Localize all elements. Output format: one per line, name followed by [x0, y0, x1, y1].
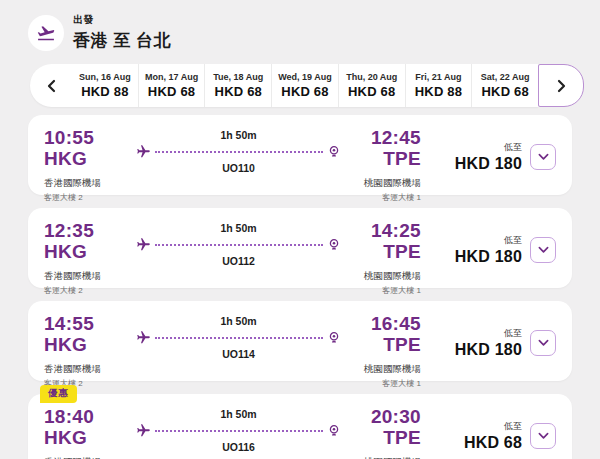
destination-pin-icon [327, 237, 341, 252]
flight-number: UO116 [136, 441, 341, 453]
prev-dates-button[interactable] [30, 64, 72, 107]
date-label: Mon, 17 Aug [145, 72, 198, 82]
departure-block: 14:55 HKG 香港國際機場 客運大樓 2 [44, 314, 136, 389]
departure-terminal: 客運大樓 2 [44, 192, 136, 203]
destination-pin-icon [327, 423, 341, 438]
arrival-terminal: 客運大樓 1 [341, 378, 421, 389]
date-selector: Sun, 16 Aug HKD 88 Mon, 17 Aug HKD 68 Tu… [30, 64, 584, 107]
trip-header: 出發 香港 至 台北 [0, 0, 600, 62]
plane-icon [136, 144, 151, 159]
date-strip: Sun, 16 Aug HKD 88 Mon, 17 Aug HKD 68 Tu… [30, 64, 538, 107]
route-dotted-line [155, 337, 323, 339]
arrival-code: TPE [341, 149, 421, 170]
departure-airport: 香港國際機場 [44, 270, 136, 283]
next-dates-button[interactable] [538, 64, 584, 107]
arrival-time: 14:25 [341, 221, 421, 242]
destination-pin-icon [327, 144, 341, 159]
date-label: Wed, 19 Aug [278, 72, 332, 82]
route-block: 1h 50m UO114 [136, 315, 341, 360]
flight-number: UO110 [136, 162, 341, 174]
arrival-airport: 桃園國際機場 [341, 363, 421, 376]
arrival-code: TPE [341, 242, 421, 263]
flight-duration: 1h 50m [136, 315, 341, 327]
chevron-down-icon [538, 246, 549, 254]
arrival-airport: 桃園國際機場 [341, 177, 421, 190]
route-block: 1h 50m UO112 [136, 222, 341, 267]
departure-airport: 香港國際機場 [44, 177, 136, 190]
chevron-left-icon [46, 79, 57, 93]
plane-icon [136, 423, 151, 438]
date-cell[interactable]: Sat, 22 Aug HKD 68 [471, 64, 538, 107]
date-label: Tue, 18 Aug [213, 72, 263, 82]
departure-time: 18:40 [44, 407, 136, 428]
flight-duration: 1h 50m [136, 129, 341, 141]
flight-duration: 1h 50m [136, 408, 341, 420]
date-price: HKD 88 [81, 84, 128, 99]
date-cell[interactable]: Tue, 18 Aug HKD 68 [204, 64, 271, 107]
expand-fare-button[interactable] [530, 423, 556, 449]
flight-card: 12:35 HKG 香港國際機場 客運大樓 2 1h 50m UO112 14:… [28, 208, 572, 288]
flight-takeoff-icon [28, 15, 64, 51]
date-cell[interactable]: Wed, 19 Aug HKD 68 [271, 64, 338, 107]
route-dotted-line [155, 430, 323, 432]
flight-results-list: 10:55 HKG 香港國際機場 客運大樓 2 1h 50m UO110 12:… [0, 107, 600, 459]
arrival-time: 12:45 [341, 128, 421, 149]
departure-time: 14:55 [44, 314, 136, 335]
departure-code: HKG [44, 149, 136, 170]
date-price: HKD 68 [215, 84, 262, 99]
date-price: HKD 68 [481, 84, 528, 99]
plane-icon [136, 237, 151, 252]
direction-label: 出發 [73, 13, 171, 27]
departure-time: 10:55 [44, 128, 136, 149]
date-label: Fri, 21 Aug [415, 72, 461, 82]
arrival-block: 14:25 TPE 桃園國際機場 客運大樓 1 [341, 221, 421, 296]
arrival-block: 20:30 TPE 桃園國際機場 客運大樓 1 [341, 407, 421, 459]
plane-icon [136, 330, 151, 345]
flight-card: 優惠 18:40 HKG 香港國際機場 客運大樓 2 1h 50m UO116 … [28, 394, 572, 459]
date-price: HKD 68 [281, 84, 328, 99]
flight-card: 14:55 HKG 香港國際機場 客運大樓 2 1h 50m UO114 16:… [28, 301, 572, 381]
arrival-block: 12:45 TPE 桃園國際機場 客運大樓 1 [341, 128, 421, 203]
arrival-terminal: 客運大樓 1 [341, 285, 421, 296]
arrival-time: 16:45 [341, 314, 421, 335]
chevron-right-icon [556, 79, 567, 93]
departure-block: 12:35 HKG 香港國際機場 客運大樓 2 [44, 221, 136, 296]
flight-card: 10:55 HKG 香港國際機場 客運大樓 2 1h 50m UO110 12:… [28, 115, 572, 195]
price-value: HKD 68 [464, 434, 522, 452]
date-cell[interactable]: Sun, 16 Aug HKD 88 [72, 64, 138, 107]
destination-pin-icon [327, 330, 341, 345]
route-title: 香港 至 台北 [73, 29, 171, 52]
arrival-block: 16:45 TPE 桃園國際機場 客運大樓 1 [341, 314, 421, 389]
departure-block: 10:55 HKG 香港國際機場 客運大樓 2 [44, 128, 136, 203]
arrival-time: 20:30 [341, 407, 421, 428]
chevron-down-icon [538, 339, 549, 347]
flight-duration: 1h 50m [136, 222, 341, 234]
expand-fare-button[interactable] [530, 237, 556, 263]
expand-fare-button[interactable] [530, 330, 556, 356]
price-from-label: 低至 [455, 234, 522, 247]
date-cell[interactable]: Fri, 21 Aug HKD 88 [405, 64, 472, 107]
price-from-label: 低至 [455, 327, 522, 340]
date-price: HKD 68 [148, 84, 195, 99]
price-value: HKD 180 [455, 341, 522, 359]
arrival-terminal: 客運大樓 1 [341, 192, 421, 203]
departure-code: HKG [44, 428, 136, 449]
price-value: HKD 180 [455, 248, 522, 266]
expand-fare-button[interactable] [530, 144, 556, 170]
date-label: Thu, 20 Aug [346, 72, 397, 82]
price-from-label: 低至 [464, 420, 522, 433]
chevron-down-icon [538, 432, 549, 440]
route-dotted-line [155, 244, 323, 246]
departure-airport: 香港國際機場 [44, 363, 136, 376]
chevron-down-icon [538, 153, 549, 161]
price-value: HKD 180 [455, 155, 522, 173]
date-cell[interactable]: Mon, 17 Aug HKD 68 [138, 64, 205, 107]
date-label: Sat, 22 Aug [481, 72, 530, 82]
date-cell[interactable]: Thu, 20 Aug HKD 68 [338, 64, 405, 107]
flight-number: UO112 [136, 255, 341, 267]
route-block: 1h 50m UO116 [136, 408, 341, 453]
departure-code: HKG [44, 335, 136, 356]
arrival-code: TPE [341, 335, 421, 356]
date-price: HKD 88 [415, 84, 462, 99]
arrival-code: TPE [341, 428, 421, 449]
